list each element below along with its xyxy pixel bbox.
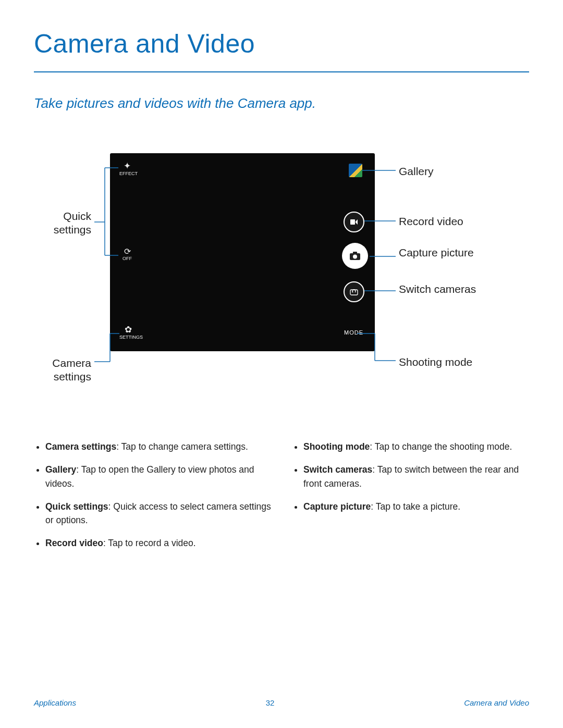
svg-point-3	[353, 255, 357, 259]
svg-rect-2	[353, 252, 357, 254]
callout-camera-settings: Camera settings	[29, 356, 91, 384]
footer-section-left: Applications	[34, 698, 76, 707]
footer-section-right: Camera and Video	[464, 698, 529, 707]
settings-label: SETTINGS	[119, 335, 143, 340]
settings-icon[interactable]: ✿SETTINGS	[119, 325, 137, 340]
list-item: Camera settings: Tap to change camera se…	[45, 440, 271, 453]
callout-record-video: Record video	[399, 215, 463, 228]
page-title: Camera and Video	[34, 29, 529, 59]
page-footer: Applications 32 Camera and Video	[34, 698, 529, 707]
list-item: Switch cameras: Tap to switch between th…	[303, 463, 529, 490]
record-video-button[interactable]	[344, 212, 364, 232]
bullet-list-right: Shooting mode: Tap to change the shootin…	[292, 440, 529, 560]
callout-shooting-mode: Shooting mode	[399, 355, 472, 369]
timer-icon[interactable]: ⟳OFF	[119, 247, 135, 261]
svg-rect-4	[350, 290, 358, 295]
list-item: Capture picture: Tap to take a picture.	[303, 500, 529, 513]
divider	[34, 71, 529, 72]
page-subhead: Take pictures and videos with the Camera…	[34, 95, 529, 112]
svg-rect-0	[350, 219, 355, 225]
mode-label[interactable]: MODE	[344, 329, 363, 336]
callout-capture-picture: Capture picture	[399, 246, 474, 260]
callout-quick-settings: Quick settings	[29, 209, 91, 237]
page-number: 32	[266, 698, 275, 707]
camera-figure: Quick settings Camera settings Gallery R…	[34, 153, 529, 393]
list-item: Gallery: Tap to open the Gallery to view…	[45, 463, 271, 490]
list-item: Quick settings: Quick access to select c…	[45, 500, 271, 527]
bullet-list-left: Camera settings: Tap to change camera se…	[34, 440, 271, 560]
capture-picture-button[interactable]	[342, 243, 368, 269]
effect-label: EFFECT	[119, 171, 138, 176]
switch-cameras-button[interactable]	[344, 281, 364, 302]
gallery-thumbnail[interactable]	[349, 164, 362, 177]
timer-label: OFF	[123, 256, 132, 261]
list-item: Shooting mode: Tap to change the shootin…	[303, 440, 529, 453]
bullet-columns: Camera settings: Tap to change camera se…	[34, 440, 529, 560]
effect-icon[interactable]: ✦EFFECT	[119, 162, 135, 177]
callout-gallery: Gallery	[399, 165, 434, 178]
callout-switch-cameras: Switch cameras	[399, 282, 476, 296]
camera-viewfinder: ✦EFFECT ⟳OFF ✿SETTINGS MODE	[110, 153, 375, 351]
list-item: Record video: Tap to record a video.	[45, 536, 271, 550]
